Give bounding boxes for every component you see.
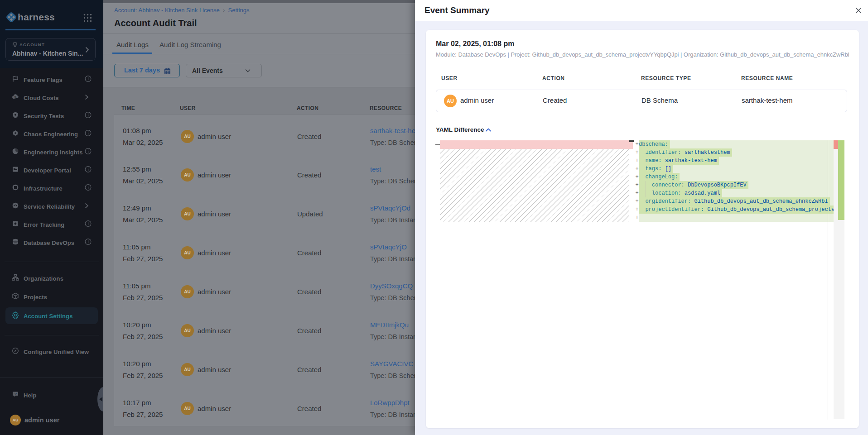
svg-text:$: $ [14, 96, 16, 99]
svg-text:?: ? [14, 392, 17, 396]
